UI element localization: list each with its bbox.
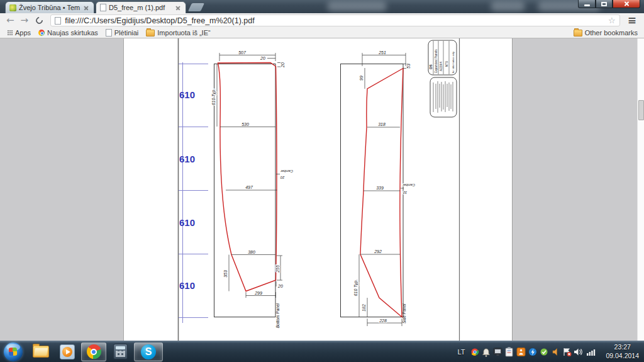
- bookmark-label: Plėtiniai: [114, 29, 139, 37]
- bookmark-apps[interactable]: Apps: [8, 29, 31, 37]
- other-bookmarks-button[interactable]: Other bookmarks: [574, 29, 638, 37]
- titleblock-code: D5: [429, 64, 433, 69]
- folder-icon: [574, 30, 582, 37]
- forward-icon[interactable]: →: [21, 16, 29, 25]
- start-button[interactable]: [4, 342, 23, 361]
- bookmarks-bar: Apps Naujas skirtukas Plėtiniai Importuo…: [0, 28, 644, 38]
- dim-228: 228: [379, 319, 387, 323]
- dim-251: 251: [378, 50, 386, 55]
- maximize-icon: [601, 2, 607, 6]
- dim-53: 53: [406, 64, 411, 69]
- titleblock-title: Expanded Panels: [435, 49, 438, 73]
- bookmark-imported-ie[interactable]: Importuota iš „IE“: [146, 29, 210, 37]
- dim-20-v: 20: [280, 62, 285, 68]
- bottom-panel-outline: [218, 63, 277, 291]
- chrome-tray-icon[interactable]: [472, 348, 479, 355]
- tab-close-icon[interactable]: [82, 4, 90, 11]
- dim-353: 353: [223, 270, 228, 278]
- aero-glass-highlight: [327, 1, 387, 11]
- camber-value: 32: [402, 191, 407, 195]
- calculator-icon: [113, 344, 128, 359]
- side-panel-label: Side Panel: [402, 303, 406, 324]
- taskbar-skype-button[interactable]: S: [134, 342, 163, 361]
- chrome-icon: [87, 344, 101, 359]
- new-tab-button[interactable]: [188, 3, 204, 11]
- tray-icons: [469, 345, 599, 359]
- reload-icon[interactable]: [35, 16, 44, 25]
- bookmark-new-tab[interactable]: Naujas skirtukas: [38, 29, 98, 37]
- dim-530: 530: [242, 122, 249, 127]
- orange-speaker-tray-icon[interactable]: [553, 348, 557, 355]
- monitor-tray-icon[interactable]: [494, 348, 502, 356]
- pdf-scrollbar[interactable]: [637, 38, 644, 341]
- pdf-scrollbar-thumb[interactable]: [638, 100, 644, 120]
- taskbar-explorer-button[interactable]: [28, 342, 53, 361]
- dim-182: 182: [362, 304, 366, 312]
- media-player-icon: [60, 344, 75, 359]
- dim-99: 99: [359, 76, 364, 81]
- ruler-label: 610: [179, 280, 195, 291]
- bottom-panel-drawing: 507 20 20 610 Typ. 530 Camber 20 497 380…: [211, 50, 293, 329]
- dim-292: 292: [374, 249, 382, 254]
- window-controls: [578, 0, 640, 8]
- dim-20-h: 20: [260, 56, 265, 60]
- ruler-label: 610: [179, 154, 195, 164]
- bell-tray-icon[interactable]: [483, 349, 490, 357]
- dim-507: 507: [238, 50, 247, 55]
- maximize-button[interactable]: [596, 0, 613, 8]
- browser-titlebar: Žvejo Tribūna • Temos ro D5_free_m (1).p…: [0, 0, 644, 13]
- language-indicator[interactable]: LT: [457, 348, 465, 356]
- bottom-panel-label: Bottom Panel: [275, 303, 280, 328]
- back-icon[interactable]: ←: [6, 16, 14, 25]
- browser-toolbar: ← → ☆ ≡: [0, 13, 644, 28]
- green-check-tray-icon[interactable]: [541, 348, 548, 355]
- windows-flag-icon: [9, 347, 17, 355]
- dim-497: 497: [245, 185, 253, 189]
- dim-610-typ: 610 Typ.: [211, 89, 216, 106]
- blue-bolt-tray-icon[interactable]: [529, 348, 536, 356]
- tab-title: Žvejo Tribūna • Temos ro: [19, 4, 80, 11]
- skype-icon: S: [141, 344, 156, 359]
- taskbar-clock[interactable]: 23:27 09.04.2014: [606, 343, 639, 359]
- clipboard-tray-icon[interactable]: [506, 347, 513, 356]
- page-icon: [106, 29, 112, 37]
- desktop-screen: Žvejo Tribūna • Temos ro D5_free_m (1).p…: [0, 0, 644, 362]
- tab-forum[interactable]: Žvejo Tribūna • Temos ro: [5, 1, 94, 13]
- tab-close-icon[interactable]: [174, 4, 182, 11]
- clock-time: 23:27: [606, 343, 639, 351]
- camber-value: 20: [280, 176, 285, 179]
- network-signal-icon[interactable]: [587, 349, 595, 356]
- pdf-page: 610 610 610 610: [123, 38, 513, 341]
- taskbar-calculator-button[interactable]: [108, 342, 133, 361]
- chrome-menu-icon[interactable]: ≡: [628, 15, 636, 26]
- camber-label: Camber: [280, 169, 293, 173]
- dim-318: 318: [378, 122, 386, 127]
- taskbar-chrome-button[interactable]: [81, 342, 106, 361]
- bookmark-label: Naujas skirtukas: [47, 29, 98, 37]
- bookmark-extensions[interactable]: Plėtiniai: [106, 29, 139, 37]
- other-bookmarks-label: Other bookmarks: [585, 29, 638, 37]
- ruler-label: 610: [179, 217, 195, 228]
- tab-title: D5_free_m (1).pdf: [109, 4, 172, 11]
- minimize-icon: [584, 4, 590, 6]
- action-center-flag-icon[interactable]: [564, 348, 572, 356]
- dim-339: 339: [376, 186, 384, 190]
- forum-favicon-icon: [9, 4, 16, 11]
- bookmark-label: Apps: [15, 29, 31, 37]
- minimize-button[interactable]: [578, 0, 596, 8]
- apps-grid-icon: [8, 30, 13, 35]
- close-button[interactable]: [613, 0, 640, 8]
- volume-tray-icon[interactable]: [574, 348, 582, 355]
- pdf-viewer[interactable]: 610 610 610 610: [0, 38, 644, 341]
- bookmark-star-icon[interactable]: ☆: [608, 16, 616, 25]
- title-block: D5 Expanded Panels A229/4 NTS for inform…: [428, 40, 457, 117]
- taskbar-media-player-button[interactable]: [55, 342, 80, 361]
- address-bar[interactable]: ☆: [50, 14, 620, 26]
- orange-app-tray-icon[interactable]: [517, 348, 525, 356]
- dim-299: 299: [254, 291, 262, 295]
- side-panel-drawing: 251 53 99 318 339 Camber 32 292 610 Typ.…: [341, 50, 415, 327]
- tab-pdf[interactable]: D5_free_m (1).pdf: [96, 1, 186, 13]
- aero-glass-highlight: [491, 1, 525, 11]
- url-input[interactable]: [65, 16, 604, 25]
- dim-380: 380: [248, 250, 255, 254]
